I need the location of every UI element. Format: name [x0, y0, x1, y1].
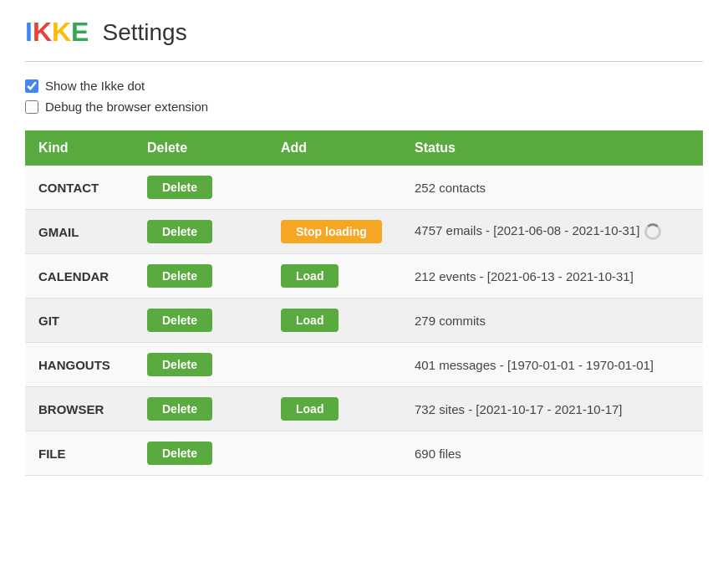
table-row: CONTACTDelete252 contacts — [25, 166, 703, 210]
delete-button-browser[interactable]: Delete — [147, 397, 212, 421]
table-row: CALENDARDeleteLoad212 events - [2021-06-… — [25, 254, 703, 299]
cell-kind: GMAIL — [25, 210, 134, 254]
delete-button-file[interactable]: Delete — [147, 442, 212, 465]
table-row: FILEDelete690 files — [25, 431, 703, 476]
debug-row: Debug the browser extension — [25, 100, 703, 114]
cell-status: 252 contacts — [401, 166, 703, 210]
cell-kind: FILE — [25, 431, 134, 476]
table-row: GMAILDeleteStop loading4757 emails - [20… — [25, 210, 703, 254]
table-row: BROWSERDeleteLoad732 sites - [2021-10-17… — [25, 387, 703, 431]
cell-status: 279 commits — [401, 299, 703, 343]
settings-options: Show the Ikke dot Debug the browser exte… — [25, 79, 703, 114]
debug-checkbox[interactable] — [25, 100, 38, 114]
data-table: Kind Delete Add Status CONTACTDelete252 … — [25, 130, 703, 476]
cell-status: 401 messages - [1970-01-01 - 1970-01-01] — [401, 343, 703, 387]
col-status: Status — [401, 130, 703, 166]
col-kind: Kind — [25, 130, 134, 166]
cell-add: Load — [267, 387, 401, 431]
cell-delete: Delete — [134, 431, 267, 476]
load-button-browser[interactable]: Load — [281, 397, 339, 421]
delete-button-gmail[interactable]: Delete — [147, 220, 212, 243]
cell-status: 690 files — [401, 431, 703, 476]
load-button-git[interactable]: Load — [281, 309, 339, 332]
delete-button-contact[interactable]: Delete — [147, 176, 212, 199]
cell-status: 212 events - [2021-06-13 - 2021-10-31] — [401, 254, 703, 299]
cell-delete: Delete — [134, 254, 267, 299]
cell-status: 732 sites - [2021-10-17 - 2021-10-17] — [401, 387, 703, 431]
show-dot-checkbox[interactable] — [25, 79, 38, 93]
cell-add: Load — [267, 254, 401, 299]
debug-label[interactable]: Debug the browser extension — [45, 100, 208, 114]
table-row: HANGOUTSDelete401 messages - [1970-01-01… — [25, 343, 703, 387]
show-dot-row: Show the Ikke dot — [25, 79, 703, 93]
cell-delete: Delete — [134, 210, 267, 254]
logo-i: I — [25, 17, 33, 48]
cell-add — [267, 166, 401, 210]
delete-button-calendar[interactable]: Delete — [147, 264, 212, 288]
delete-button-hangouts[interactable]: Delete — [147, 353, 212, 376]
cell-status: 4757 emails - [2021-06-08 - 2021-10-31] — [401, 210, 703, 254]
loading-spinner — [644, 223, 661, 240]
page-title: Settings — [102, 19, 186, 46]
table-body: CONTACTDelete252 contactsGMAILDeleteStop… — [25, 166, 703, 476]
cell-kind: GIT — [25, 299, 134, 343]
cell-delete: Delete — [134, 343, 267, 387]
show-dot-label[interactable]: Show the Ikke dot — [45, 79, 145, 93]
stop-button-gmail[interactable]: Stop loading — [281, 220, 382, 243]
col-delete: Delete — [134, 130, 267, 166]
logo-e: E — [71, 17, 89, 48]
table-header: Kind Delete Add Status — [25, 130, 703, 166]
cell-delete: Delete — [134, 299, 267, 343]
cell-add — [267, 343, 401, 387]
load-button-calendar[interactable]: Load — [281, 264, 339, 288]
cell-add: Stop loading — [267, 210, 401, 254]
cell-kind: HANGOUTS — [25, 343, 134, 387]
cell-add — [267, 431, 401, 476]
logo-k2: K — [52, 17, 71, 48]
cell-delete: Delete — [134, 387, 267, 431]
table-row: GITDeleteLoad279 commits — [25, 299, 703, 343]
col-add: Add — [267, 130, 401, 166]
cell-kind: CALENDAR — [25, 254, 134, 299]
cell-kind: CONTACT — [25, 166, 134, 210]
cell-kind: BROWSER — [25, 387, 134, 431]
logo-k1: K — [33, 17, 52, 48]
header: I K K E Settings — [25, 17, 703, 62]
cell-delete: Delete — [134, 166, 267, 210]
cell-add: Load — [267, 299, 401, 343]
delete-button-git[interactable]: Delete — [147, 309, 212, 332]
logo: I K K E — [25, 17, 89, 48]
